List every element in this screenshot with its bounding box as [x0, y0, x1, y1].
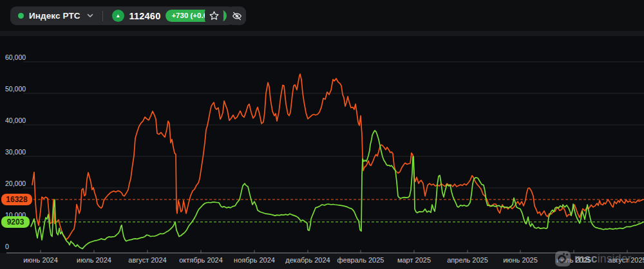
month-label: август 2025 [608, 256, 644, 264]
favorite-button[interactable] [205, 6, 223, 25]
chart-header: Индекс РТС ▲ 112460 +730 (+0.65%) [0, 0, 644, 31]
month-label: июль 2024 [77, 256, 111, 264]
month-label: август 2024 [128, 256, 166, 264]
month-label: февраль 2025 [337, 256, 384, 264]
month-label: октябрь 2024 [179, 256, 223, 264]
trend-up-icon: ▲ [112, 10, 124, 22]
instrument-status-dot [18, 13, 24, 19]
y-axis-label: 50,000 [5, 85, 26, 93]
y-axis-label: 0 [5, 243, 9, 250]
month-label: апрель 2025 [447, 256, 488, 264]
instrument-selector[interactable]: Индекс РТС ▲ 112460 +730 (+0.65%) [10, 6, 234, 25]
instrument-name: Индекс РТС [29, 11, 80, 21]
month-label: ноябрь 2024 [234, 256, 275, 264]
chevron-down-icon [87, 14, 93, 18]
month-label: март 2025 [397, 256, 431, 264]
trading-chart-app: Индекс РТС ▲ 112460 +730 (+0.65%) 60,00 [0, 0, 644, 269]
series-orange-line [32, 74, 643, 239]
hide-button[interactable] [227, 6, 246, 25]
chart-area: 60,00050,00040,00030,00020,00010,0000163… [0, 31, 644, 269]
eye-off-icon [231, 10, 243, 22]
month-label: июль 2025 [556, 256, 591, 264]
month-label: июнь 2024 [23, 256, 58, 264]
price-label-text: 16328 [6, 195, 28, 204]
series-green-line [31, 131, 643, 249]
y-axis-label: 60,000 [5, 53, 26, 61]
chart-canvas[interactable]: 60,00050,00040,00030,00020,00010,0000163… [0, 36, 644, 269]
y-axis-label: 30,000 [5, 148, 26, 156]
header-divider [102, 11, 103, 21]
month-label: июнь 2025 [503, 256, 538, 264]
star-icon [209, 10, 220, 21]
quote-value: 112460 [129, 11, 161, 21]
month-label: декабрь 2024 [285, 256, 330, 264]
y-axis-label: 40,000 [5, 116, 26, 124]
price-label-text: 9203 [7, 218, 24, 227]
y-axis-label: 20,000 [5, 180, 26, 187]
